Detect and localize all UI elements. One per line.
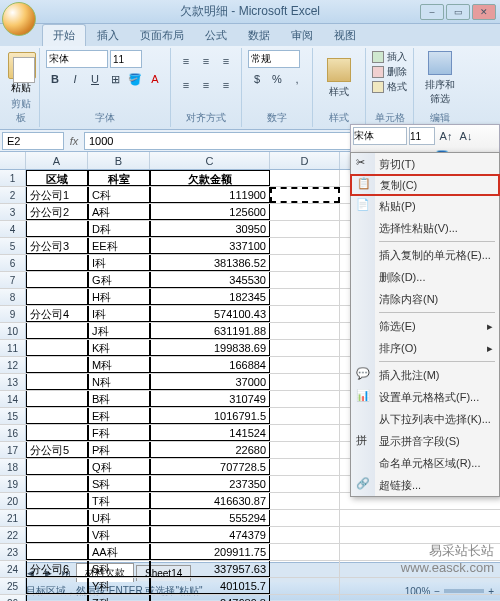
name-box[interactable]	[2, 132, 64, 150]
cell[interactable]	[270, 340, 340, 356]
cell[interactable]	[270, 595, 340, 601]
cell[interactable]: J科	[88, 323, 150, 339]
border-button[interactable]: ⊞	[106, 70, 124, 88]
cell[interactable]: 166884	[150, 357, 270, 373]
cell[interactable]: N科	[88, 374, 150, 390]
styles-button[interactable]: 样式	[319, 50, 359, 106]
ctx-filter[interactable]: 筛选(E)▸	[351, 315, 499, 337]
cell[interactable]: 分公司4	[26, 306, 88, 322]
row-header[interactable]: 15	[0, 408, 26, 424]
cell[interactable]: 310749	[150, 391, 270, 407]
cell[interactable]	[26, 340, 88, 356]
cell[interactable]	[270, 493, 340, 509]
cell[interactable]	[26, 255, 88, 271]
cell[interactable]: S科	[88, 561, 150, 577]
mini-shrink-font[interactable]: A↓	[457, 127, 475, 145]
col-header-B[interactable]: B	[88, 152, 150, 169]
cell[interactable]: 474379	[150, 527, 270, 543]
cell[interactable]	[270, 527, 340, 543]
cell[interactable]	[270, 272, 340, 288]
cell[interactable]: S科	[88, 476, 150, 492]
cell[interactable]	[270, 561, 340, 577]
ctx-sort[interactable]: 排序(O)▸	[351, 337, 499, 359]
cell[interactable]: 125600	[150, 204, 270, 220]
cell[interactable]	[26, 289, 88, 305]
align-mid[interactable]: ≡	[197, 52, 215, 70]
cell[interactable]	[26, 221, 88, 237]
cell[interactable]: H科	[88, 289, 150, 305]
cell[interactable]: 199838.69	[150, 340, 270, 356]
cell[interactable]	[270, 510, 340, 526]
ctx-comment[interactable]: 💬插入批注(M)	[351, 364, 499, 386]
font-family-select[interactable]	[46, 50, 108, 68]
ctx-name-range[interactable]: 命名单元格区域(R)...	[351, 452, 499, 474]
cell[interactable]: 分公司3	[26, 238, 88, 254]
header-cell[interactable]: 区域	[26, 170, 88, 186]
mini-font-family[interactable]	[353, 127, 407, 145]
col-header-D[interactable]: D	[270, 152, 340, 169]
ctx-clear[interactable]: 清除内容(N)	[351, 288, 499, 310]
cell[interactable]: 分公司1	[26, 187, 88, 203]
row-header[interactable]: 17	[0, 442, 26, 458]
cell[interactable]: 555294	[150, 510, 270, 526]
row-header[interactable]: 26	[0, 595, 26, 601]
row-header[interactable]: 20	[0, 493, 26, 509]
delete-cells-button[interactable]: 删除	[372, 65, 407, 79]
header-cell[interactable]: 欠款金额	[150, 170, 270, 186]
italic-button[interactable]: I	[66, 70, 84, 88]
tab-home[interactable]: 开始	[42, 24, 86, 46]
row-header[interactable]: 3	[0, 204, 26, 220]
tab-data[interactable]: 数据	[238, 25, 280, 46]
row-header[interactable]: 14	[0, 391, 26, 407]
cell[interactable]	[270, 391, 340, 407]
row-header[interactable]: 10	[0, 323, 26, 339]
cell[interactable]: 247689.8	[150, 595, 270, 601]
align-bot[interactable]: ≡	[217, 52, 235, 70]
cell[interactable]	[270, 544, 340, 560]
cell[interactable]: AA科	[88, 544, 150, 560]
cell[interactable]: P科	[88, 442, 150, 458]
cell[interactable]: 22680	[150, 442, 270, 458]
cell[interactable]: A科	[88, 204, 150, 220]
col-header-C[interactable]: C	[150, 152, 270, 169]
cell[interactable]: 401015.7	[150, 578, 270, 594]
cell[interactable]	[270, 425, 340, 441]
maximize-button[interactable]: ▭	[446, 4, 470, 20]
percent-button[interactable]: %	[268, 70, 286, 88]
cell[interactable]	[270, 357, 340, 373]
row-header[interactable]: 23	[0, 544, 26, 560]
ctx-phonetic[interactable]: 拼显示拼音字段(S)	[351, 430, 499, 452]
row-header[interactable]: 24	[0, 561, 26, 577]
align-left[interactable]: ≡	[177, 76, 195, 94]
cell[interactable]: D科	[88, 221, 150, 237]
tab-review[interactable]: 审阅	[281, 25, 323, 46]
ctx-format-cells[interactable]: 📊设置单元格格式(F)...	[351, 386, 499, 408]
cell[interactable]	[26, 357, 88, 373]
bold-button[interactable]: B	[46, 70, 64, 88]
underline-button[interactable]: U	[86, 70, 104, 88]
cell[interactable]: 分公司6	[26, 561, 88, 577]
comma-button[interactable]: ,	[288, 70, 306, 88]
insert-cells-button[interactable]: 插入	[372, 50, 407, 64]
ctx-cut[interactable]: ✂剪切(T)	[351, 153, 499, 175]
tab-formula[interactable]: 公式	[195, 25, 237, 46]
cell[interactable]	[270, 476, 340, 492]
row-header[interactable]: 13	[0, 374, 26, 390]
row-header[interactable]: 22	[0, 527, 26, 543]
cell[interactable]: 111900	[150, 187, 270, 203]
cell[interactable]	[270, 306, 340, 322]
row-header[interactable]: 16	[0, 425, 26, 441]
cell[interactable]: 30950	[150, 221, 270, 237]
cell[interactable]: E科	[88, 408, 150, 424]
cell[interactable]	[270, 323, 340, 339]
cell[interactable]	[26, 374, 88, 390]
cell[interactable]	[270, 408, 340, 424]
cell[interactable]	[270, 238, 340, 254]
cell[interactable]: B科	[88, 391, 150, 407]
cell[interactable]	[270, 374, 340, 390]
cell[interactable]: 1016791.5	[150, 408, 270, 424]
close-button[interactable]: ✕	[472, 4, 496, 20]
cell[interactable]: 182345	[150, 289, 270, 305]
minimize-button[interactable]: –	[420, 4, 444, 20]
cell[interactable]: I科	[88, 306, 150, 322]
